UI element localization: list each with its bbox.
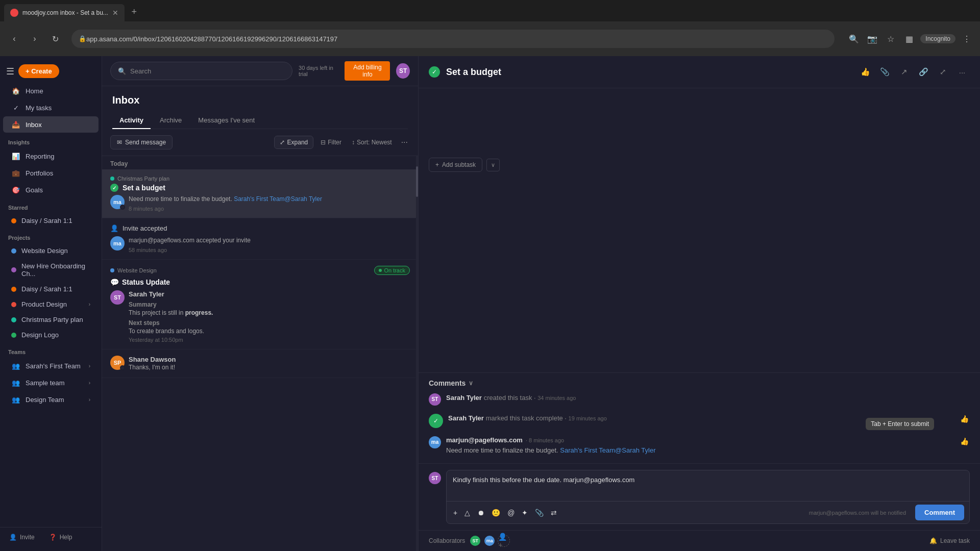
address-bar[interactable]: 🔒 app.asana.com/0/inbox/1206160204288770… — [71, 30, 835, 48]
more-tool[interactable]: ⇄ — [549, 507, 558, 518]
attachment-tool[interactable]: 📎 — [533, 507, 545, 518]
more-options-button[interactable]: ··· — [399, 136, 410, 149]
link-button[interactable]: 🔗 — [916, 64, 931, 80]
comment-2-like-button[interactable]: 👍 — [959, 414, 970, 424]
triangle-tool[interactable]: △ — [463, 507, 472, 518]
inbox-title: Inbox — [112, 94, 408, 106]
sidebar-item-my-tasks[interactable]: ✓ My tasks — [3, 99, 99, 116]
invite-button[interactable]: 👤 Invite — [6, 532, 38, 543]
menu-icon[interactable]: ⋮ — [960, 32, 974, 46]
inbox-item-message-link: Sarah's First Team@Sarah Tyler — [234, 195, 322, 203]
sidebar-item-goals[interactable]: 🎯 Goals — [3, 182, 99, 198]
comment-3-text: Need more time to finalize the budget. S… — [446, 446, 954, 455]
inbox-item-message-wrap: Need more time to finalize the budget. S… — [129, 195, 322, 212]
comments-header[interactable]: Comments ∨ — [419, 373, 980, 393]
inbox-item-shane[interactable]: SP Shane Dawson Thanks, I'm on it! — [102, 349, 418, 379]
sidebar-item-sample-team[interactable]: 👥 Sample team › — [3, 374, 99, 391]
sidebar-item-sample-team-label: Sample team — [26, 379, 65, 387]
reload-button[interactable]: ↻ — [47, 31, 63, 47]
more-detail-button[interactable]: ··· — [954, 64, 970, 80]
sort-button[interactable]: ↕ Sort: Newest — [349, 137, 395, 148]
inbox-item-avatar-initials: ma — [113, 199, 121, 205]
leave-task-button[interactable]: 🔔 Leave task — [929, 537, 970, 544]
collab-avatar-ma: ma — [483, 535, 496, 547]
tab-messages-sent[interactable]: Messages I've sent — [191, 112, 262, 129]
sidebar-item-design-team[interactable]: 👥 Design Team › — [3, 391, 99, 408]
emoji-tool[interactable]: 🙂 — [490, 507, 502, 518]
sidebar-item-design-logo[interactable]: Design Logo — [3, 328, 99, 342]
filter-button[interactable]: ⊟ Filter — [317, 137, 345, 148]
tab-archive[interactable]: Archive — [153, 112, 189, 129]
comment-2-actions: 👍 — [959, 414, 970, 428]
sidebar-item-daisy-sarah-starred[interactable]: Daisy / Sarah 1:1 — [3, 213, 99, 228]
shane-comment-indicator — [120, 365, 125, 370]
mention-tool[interactable]: @ — [506, 507, 516, 518]
sidebar-item-product-design[interactable]: Product Design › — [3, 297, 99, 312]
attachment-button[interactable]: 📎 — [877, 64, 892, 80]
sort-label: Sort: Newest — [357, 139, 392, 146]
sidebar-item-christmas-party[interactable]: Christmas Party plan — [3, 312, 99, 327]
scrollbar-track — [416, 156, 418, 551]
tab-enter-tooltip: Tab + Enter to submit — [866, 418, 934, 430]
user-avatar-top[interactable]: ST — [396, 63, 410, 79]
sidebar-item-new-hire[interactable]: New Hire Onboarding Ch... — [3, 259, 99, 281]
comment-input-column: Kindly finish this before the due date. … — [446, 470, 970, 524]
add-subtask-label: Add subtask — [442, 161, 476, 168]
star-icon[interactable]: ☆ — [884, 32, 898, 46]
add-subtask-button[interactable]: + Add subtask — [429, 158, 482, 172]
comment-input-field[interactable]: Kindly finish this before the due date. … — [447, 470, 969, 501]
comment-marjun: ma marjun@pageflows.com · 8 minutes ago … — [429, 436, 970, 455]
search-icon[interactable]: 🔍 — [847, 32, 861, 46]
tab-activity[interactable]: Activity — [112, 112, 151, 129]
summary-text: This project is still in progress. — [129, 309, 213, 316]
status-update-user-name: Sarah Tyler — [129, 290, 213, 298]
camera-icon[interactable]: 📷 — [865, 32, 879, 46]
sidebar-icon[interactable]: ▦ — [902, 32, 916, 46]
inbox-item-status-update[interactable]: Website Design On track 💬 Status Update — [102, 260, 418, 349]
comment-3-like-button[interactable]: 👍 — [959, 436, 970, 446]
add-billing-button[interactable]: Add billing info — [345, 61, 390, 81]
sidebar-item-reporting[interactable]: 📊 Reporting — [3, 148, 99, 164]
sort-icon: ↕ — [352, 139, 355, 146]
comments-chevron-icon: ∨ — [469, 380, 473, 387]
inbox-item-set-a-budget[interactable]: Christmas Party plan ✓ Set a budget ma — [102, 169, 418, 218]
like-button[interactable]: 👍 — [857, 64, 873, 80]
sample-team-expand: › — [89, 380, 90, 386]
create-button[interactable]: + Create — [18, 64, 59, 78]
sidebar-item-home[interactable]: 🏠 Home — [3, 83, 99, 99]
help-button[interactable]: ❓ Help — [46, 532, 76, 543]
sidebar-item-daisy-sarah-project[interactable]: Daisy / Sarah 1:1 — [3, 282, 99, 296]
expand-button[interactable]: ⤢ Expand — [274, 136, 314, 149]
sidebar-item-inbox[interactable]: 📥 Inbox — [3, 116, 99, 133]
invite-user-row: ma marjun@pageflows.com accepted your in… — [110, 236, 410, 253]
add-collaborator-button[interactable]: 👤+ — [498, 535, 510, 547]
share-button[interactable]: ↗ — [896, 64, 912, 80]
sidebar-item-website-design[interactable]: Website Design — [3, 243, 99, 258]
hamburger-menu[interactable]: ☰ — [6, 66, 14, 77]
search-bar[interactable]: 🔍 Search — [110, 62, 292, 80]
team-icon-3: 👥 — [11, 395, 20, 404]
design-logo-dot — [11, 333, 16, 338]
inbox-toolbar: ✉ Send message ⤢ Expand ⊟ Filter ↕ Sort:… — [102, 129, 418, 156]
tab-close-button[interactable]: ✕ — [112, 9, 118, 17]
forward-button[interactable]: › — [27, 31, 43, 47]
new-tab-button[interactable]: + — [127, 4, 142, 19]
send-message-button[interactable]: ✉ Send message — [110, 135, 173, 149]
scrollbar-thumb[interactable] — [416, 166, 418, 197]
projects-section-title: Projects — [0, 229, 102, 243]
status-update-time: Yesterday at 10:50pm — [129, 337, 213, 343]
sidebar-item-portfolios[interactable]: 💼 Portfolios — [3, 165, 99, 181]
record-tool[interactable]: ⏺ — [476, 507, 486, 518]
back-button[interactable]: ‹ — [6, 31, 22, 47]
bold-tool[interactable]: + — [452, 507, 459, 518]
inbox-item-invite[interactable]: 👤 Invite accepted ma marjun@pageflows.co… — [102, 218, 418, 260]
subtask-chevron-button[interactable]: ∨ — [486, 159, 500, 171]
invite-time: 58 minutes ago — [129, 247, 251, 253]
expand-detail-button[interactable]: ⤢ — [935, 64, 950, 80]
product-design-dot — [11, 302, 16, 307]
comment-submit-button[interactable]: Comment — [915, 505, 964, 520]
collab-tool[interactable]: ✦ — [520, 507, 529, 518]
sidebar-item-sarahs-first-team[interactable]: 👥 Sarah's First Team › — [3, 358, 99, 374]
expand-label: Expand — [287, 139, 308, 146]
browser-tab[interactable]: moodjoy.com inbox - Set a bu... ✕ — [4, 4, 125, 21]
